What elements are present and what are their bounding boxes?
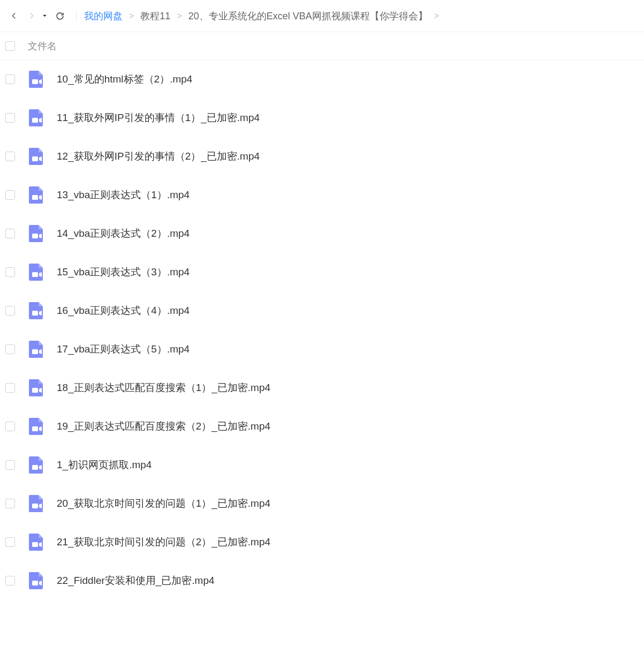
- file-name: 12_获取外网IP引发的事情（2）_已加密.mp4: [57, 149, 260, 163]
- file-row[interactable]: 10_常见的html标签（2）.mp4: [0, 60, 644, 99]
- file-checkbox[interactable]: [5, 190, 15, 200]
- breadcrumb-item-1[interactable]: 20、专业系统化的Excel VBA网抓视频课程【你学得会】: [188, 10, 428, 22]
- refresh-icon: [55, 11, 65, 21]
- video-file-icon: [27, 262, 46, 282]
- file-row[interactable]: 11_获取外网IP引发的事情（1）_已加密.mp4: [0, 99, 644, 137]
- file-name: 15_vba正则表达式（3）.mp4: [57, 265, 190, 279]
- file-checkbox[interactable]: [5, 383, 15, 393]
- chevron-left-icon: [10, 12, 18, 20]
- video-file-icon: [27, 455, 46, 475]
- file-row[interactable]: 12_获取外网IP引发的事情（2）_已加密.mp4: [0, 137, 644, 176]
- file-checkbox[interactable]: [5, 74, 15, 84]
- file-checkbox[interactable]: [5, 422, 15, 431]
- file-name: 17_vba正则表达式（5）.mp4: [57, 342, 190, 356]
- select-all-checkbox[interactable]: [5, 41, 15, 51]
- video-file-icon: [27, 571, 46, 590]
- file-row[interactable]: 18_正则表达式匹配百度搜索（1）_已加密.mp4: [0, 369, 644, 407]
- file-name: 13_vba正则表达式（1）.mp4: [57, 188, 190, 202]
- file-row[interactable]: 14_vba正则表达式（2）.mp4: [0, 214, 644, 253]
- file-checkbox[interactable]: [5, 499, 15, 508]
- file-name: 18_正则表达式匹配百度搜索（1）_已加密.mp4: [57, 381, 270, 395]
- video-file-icon: [27, 185, 46, 205]
- file-checkbox[interactable]: [5, 229, 15, 238]
- file-list: 10_常见的html标签（2）.mp411_获取外网IP引发的事情（1）_已加密…: [0, 60, 644, 600]
- file-row[interactable]: 1_初识网页抓取.mp4: [0, 446, 644, 484]
- video-file-icon: [27, 494, 46, 513]
- file-row[interactable]: 22_Fiddler安装和使用_已加密.mp4: [0, 561, 644, 600]
- file-name: 10_常见的html标签（2）.mp4: [57, 72, 192, 86]
- breadcrumb-root[interactable]: 我的网盘: [84, 10, 123, 22]
- file-checkbox[interactable]: [5, 152, 15, 161]
- file-row[interactable]: 17_vba正则表达式（5）.mp4: [0, 330, 644, 369]
- nav-forward-button[interactable]: [22, 7, 40, 25]
- file-checkbox[interactable]: [5, 267, 15, 277]
- file-name: 16_vba正则表达式（4）.mp4: [57, 304, 190, 318]
- file-name: 20_获取北京时间引发的问题（1）_已加密.mp4: [57, 497, 270, 511]
- file-checkbox[interactable]: [5, 460, 15, 470]
- file-checkbox[interactable]: [5, 113, 15, 123]
- file-name: 19_正则表达式匹配百度搜索（2）_已加密.mp4: [57, 419, 270, 433]
- chevron-right-icon: [27, 12, 35, 20]
- breadcrumb-sep: >: [434, 11, 439, 21]
- file-checkbox[interactable]: [5, 537, 15, 547]
- file-checkbox[interactable]: [5, 306, 15, 316]
- video-file-icon: [27, 108, 46, 127]
- breadcrumb-sep: >: [129, 11, 134, 21]
- list-header: 文件名: [0, 32, 644, 60]
- file-name: 11_获取外网IP引发的事情（1）_已加密.mp4: [57, 111, 260, 125]
- breadcrumb-item-0[interactable]: 教程11: [140, 10, 170, 22]
- file-row[interactable]: 13_vba正则表达式（1）.mp4: [0, 176, 644, 214]
- file-name: 1_初识网页抓取.mp4: [57, 458, 151, 472]
- file-row[interactable]: 19_正则表达式匹配百度搜索（2）_已加密.mp4: [0, 407, 644, 446]
- video-file-icon: [27, 340, 46, 359]
- video-file-icon: [27, 224, 46, 243]
- nav-back-button[interactable]: [5, 7, 22, 25]
- column-filename-label: 文件名: [28, 40, 57, 52]
- file-name: 22_Fiddler安装和使用_已加密.mp4: [57, 574, 215, 588]
- toolbar-divider: [76, 11, 77, 21]
- toolbar: 我的网盘 > 教程11 > 20、专业系统化的Excel VBA网抓视频课程【你…: [0, 0, 644, 32]
- file-row[interactable]: 16_vba正则表达式（4）.mp4: [0, 291, 644, 330]
- video-file-icon: [27, 301, 46, 320]
- file-row[interactable]: 15_vba正则表达式（3）.mp4: [0, 253, 644, 291]
- history-dropdown-button[interactable]: [40, 13, 49, 18]
- file-checkbox[interactable]: [5, 576, 15, 586]
- video-file-icon: [27, 532, 46, 552]
- video-file-icon: [27, 147, 46, 166]
- video-file-icon: [27, 417, 46, 436]
- breadcrumb: 我的网盘 > 教程11 > 20、专业系统化的Excel VBA网抓视频课程【你…: [84, 10, 439, 22]
- video-file-icon: [27, 378, 46, 397]
- breadcrumb-sep: >: [177, 11, 181, 21]
- file-row[interactable]: 21_获取北京时间引发的问题（2）_已加密.mp4: [0, 523, 644, 561]
- refresh-button[interactable]: [51, 7, 69, 25]
- file-checkbox[interactable]: [5, 344, 15, 354]
- file-name: 21_获取北京时间引发的问题（2）_已加密.mp4: [57, 535, 270, 549]
- file-name: 14_vba正则表达式（2）.mp4: [57, 227, 190, 241]
- caret-down-icon: [42, 13, 47, 18]
- video-file-icon: [27, 70, 46, 89]
- file-row[interactable]: 20_获取北京时间引发的问题（1）_已加密.mp4: [0, 484, 644, 523]
